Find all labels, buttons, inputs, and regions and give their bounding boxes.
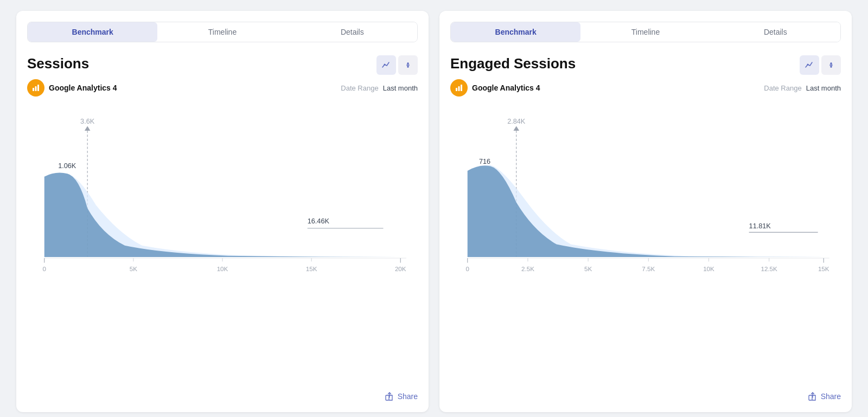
svg-text:7.5K: 7.5K	[642, 265, 655, 272]
line-chart-btn-sessions[interactable]	[376, 55, 396, 75]
date-range-label-engaged: Date Range	[764, 84, 801, 92]
date-range-value-sessions: Last month	[383, 84, 418, 92]
tab-timeline-engaged[interactable]: Timeline	[580, 22, 710, 42]
svg-text:5K: 5K	[584, 265, 592, 272]
date-range-value-engaged: Last month	[806, 84, 841, 92]
svg-rect-6	[35, 86, 37, 91]
chart-type-buttons-sessions	[376, 55, 418, 75]
metric-title-engaged: Engaged Sessions	[450, 55, 576, 72]
tab-benchmark-sessions[interactable]: Benchmark	[28, 22, 157, 42]
data-source-row-engaged: Google Analytics 4 Date Range Last month	[450, 79, 841, 97]
date-range-label-sessions: Date Range	[341, 84, 378, 92]
svg-rect-7	[37, 85, 39, 91]
tab-details-engaged[interactable]: Details	[711, 22, 840, 42]
svg-text:20K: 20K	[395, 265, 406, 272]
svg-text:10K: 10K	[703, 265, 714, 272]
svg-rect-55	[809, 395, 812, 400]
svg-text:1.06K: 1.06K	[58, 162, 76, 170]
metric-title-sessions: Sessions	[27, 55, 89, 72]
svg-text:16.46K: 16.46K	[308, 217, 330, 225]
tab-timeline-sessions[interactable]: Timeline	[157, 22, 287, 42]
data-source-name-engaged: Google Analytics 4	[472, 84, 540, 92]
svg-text:0: 0	[466, 265, 470, 272]
svg-text:11.81K: 11.81K	[749, 222, 771, 230]
svg-text:3.6K: 3.6K	[80, 118, 95, 125]
sessions-card: Benchmark Timeline Details Sessions	[16, 11, 429, 412]
date-range-sessions: Date Range Last month	[341, 84, 418, 92]
tabs-engaged: Benchmark Timeline Details	[450, 22, 841, 42]
svg-point-26	[807, 64, 809, 66]
svg-text:15K: 15K	[306, 265, 317, 272]
svg-text:0: 0	[43, 265, 47, 272]
svg-rect-32	[458, 86, 460, 91]
chart-svg-engaged: 2.84K 716 11.81K 0 2.5K 5K 7.5K	[450, 113, 841, 286]
bar-chart-btn-engaged[interactable]	[821, 55, 841, 75]
share-label-engaged: Share	[821, 392, 841, 401]
ga-icon-sessions	[27, 79, 44, 97]
svg-rect-33	[461, 85, 462, 91]
data-source-sessions: Google Analytics 4	[27, 79, 117, 97]
chart-type-buttons-engaged	[800, 55, 841, 75]
chart-area-engaged: 2.84K 716 11.81K 0 2.5K 5K 7.5K	[450, 107, 841, 383]
engaged-sessions-card: Benchmark Timeline Details Engaged Sessi…	[439, 11, 852, 412]
svg-marker-35	[513, 126, 519, 130]
metric-header-engaged: Engaged Sessions	[450, 55, 841, 75]
svg-text:10K: 10K	[217, 265, 228, 272]
share-button-engaged[interactable]: Share	[808, 392, 841, 401]
chart-area-sessions: 3.6K 1.06K 16.46K 0 5K 10K 15K	[27, 107, 418, 383]
svg-text:5K: 5K	[130, 265, 137, 272]
svg-text:2.84K: 2.84K	[507, 118, 526, 125]
tab-details-sessions[interactable]: Details	[288, 22, 417, 42]
data-source-name-sessions: Google Analytics 4	[49, 84, 117, 92]
svg-marker-9	[85, 126, 91, 130]
data-source-row-sessions: Google Analytics 4 Date Range Last month	[27, 79, 418, 97]
ga-icon-engaged	[450, 79, 468, 97]
share-button-sessions[interactable]: Share	[385, 392, 418, 401]
svg-text:2.5K: 2.5K	[521, 265, 534, 272]
share-label-sessions: Share	[398, 392, 418, 401]
svg-rect-5	[33, 88, 34, 91]
share-row-engaged: Share	[450, 392, 841, 401]
svg-rect-25	[386, 395, 389, 400]
line-chart-btn-engaged[interactable]	[800, 55, 819, 75]
svg-rect-31	[456, 88, 457, 91]
svg-text:716: 716	[479, 158, 490, 165]
metric-header-sessions: Sessions	[27, 55, 418, 75]
data-source-engaged: Google Analytics 4	[450, 79, 540, 97]
chart-svg-sessions: 3.6K 1.06K 16.46K 0 5K 10K 15K	[27, 113, 418, 286]
share-row-sessions: Share	[27, 392, 418, 401]
svg-text:15K: 15K	[818, 265, 829, 272]
date-range-engaged: Date Range Last month	[764, 84, 841, 92]
bar-chart-btn-sessions[interactable]	[398, 55, 418, 75]
svg-text:12.5K: 12.5K	[761, 265, 777, 272]
svg-point-0	[384, 64, 386, 66]
tab-benchmark-engaged[interactable]: Benchmark	[451, 22, 580, 42]
tabs-sessions: Benchmark Timeline Details	[27, 22, 418, 42]
